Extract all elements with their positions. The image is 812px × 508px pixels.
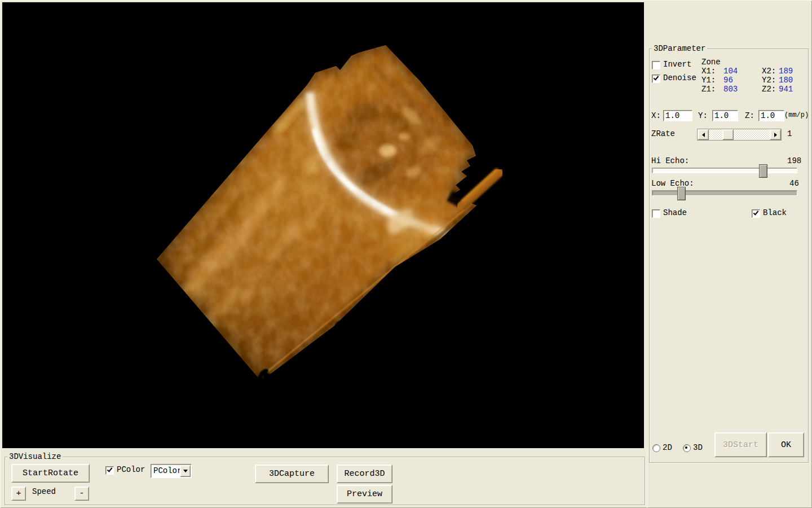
denoise-checkbox[interactable] <box>652 75 660 83</box>
y-scale-label: Y: <box>698 112 708 120</box>
zone-y1-value: 96 <box>723 76 733 85</box>
pcolor-dropdown[interactable]: PColor <box>151 464 192 478</box>
z-scale-label: Z: <box>745 112 754 120</box>
zone-x1-value: 104 <box>723 67 738 76</box>
hi-echo-value: 198 <box>787 157 801 165</box>
zone-x1-label: X1: <box>701 67 716 76</box>
arrow-left-icon <box>702 133 705 137</box>
hi-echo-thumb[interactable] <box>759 164 767 178</box>
invert-label: Invert <box>663 60 691 69</box>
ok-button[interactable]: OK <box>768 432 804 457</box>
low-echo-slider[interactable] <box>652 190 797 196</box>
shade-label: Shade <box>663 209 687 217</box>
zone-label: Zone <box>701 58 721 67</box>
zone-z2-label: Z2: <box>762 85 776 94</box>
zrate-value: 1 <box>787 130 792 138</box>
zone-z2-value: 941 <box>779 85 793 94</box>
right-panel-separator <box>647 449 647 508</box>
zone-x2-label: X2: <box>762 67 776 76</box>
zone-z1-label: Z1: <box>701 85 716 94</box>
pcolor-label: PColor <box>117 466 145 474</box>
zone-y2-label: Y2: <box>762 76 776 85</box>
mode-2d-label: 2D <box>663 444 672 452</box>
denoise-label: Denoise <box>663 74 696 82</box>
zone-x2-value: 189 <box>779 67 793 76</box>
zone-y1-label: Y1: <box>701 76 716 85</box>
chevron-down-icon <box>183 470 188 472</box>
zrate-label: ZRate <box>651 130 675 138</box>
mode-3d-label: 3D <box>693 444 703 452</box>
zrate-right-arrow-button[interactable] <box>770 129 781 140</box>
z-scale-input[interactable] <box>758 110 784 121</box>
shade-checkbox[interactable] <box>652 209 660 218</box>
mode-3d-radio[interactable] <box>683 444 691 452</box>
scale-unit-label: (mm/p) <box>784 111 809 120</box>
parameter-group-label: 3DParameter <box>652 45 707 52</box>
y-scale-input[interactable] <box>712 110 738 121</box>
zrate-scrollbar[interactable] <box>697 129 782 141</box>
arrow-right-icon <box>774 133 777 137</box>
preview-button[interactable]: Preview <box>337 485 392 503</box>
3dstart-button[interactable]: 3DStart <box>714 432 767 457</box>
ultrasound-3d-render <box>2 2 644 448</box>
zone-y2-value: 180 <box>779 76 793 85</box>
zone-z1-value: 803 <box>723 85 738 94</box>
black-label: Black <box>763 209 787 217</box>
speed-label: Speed <box>32 488 56 496</box>
low-echo-value: 46 <box>789 179 799 188</box>
speed-minus-button[interactable]: - <box>74 487 89 501</box>
3dcapture-button[interactable]: 3DCapture <box>255 465 329 483</box>
record3d-button[interactable]: Record3D <box>337 465 392 483</box>
black-checkbox[interactable] <box>752 209 760 218</box>
hi-echo-slider[interactable] <box>652 168 797 173</box>
low-echo-thumb[interactable] <box>677 187 686 200</box>
render-viewport[interactable] <box>2 2 644 448</box>
speed-plus-button[interactable]: + <box>11 487 26 501</box>
zrate-left-arrow-button[interactable] <box>698 129 709 140</box>
pcolor-checkbox[interactable] <box>105 466 114 475</box>
bottom-panel-separator <box>0 448 647 449</box>
visualize-group-label: 3DVisualize <box>7 453 63 461</box>
low-echo-label: Low Echo: <box>651 179 694 188</box>
pcolor-dropdown-button[interactable] <box>180 465 191 477</box>
mode-2d-radio[interactable] <box>652 444 660 452</box>
zrate-thumb[interactable] <box>722 129 734 140</box>
pcolor-dropdown-value: PColor <box>153 466 182 475</box>
x-scale-input[interactable] <box>663 110 692 121</box>
invert-checkbox[interactable] <box>652 61 660 69</box>
hi-echo-label: Hi Echo: <box>651 157 689 165</box>
app-window: 3DParameter Invert Denoise Zone X1: 104 … <box>0 0 812 508</box>
start-rotate-button[interactable]: StartRotate <box>11 464 90 483</box>
x-scale-label: X: <box>651 112 661 120</box>
